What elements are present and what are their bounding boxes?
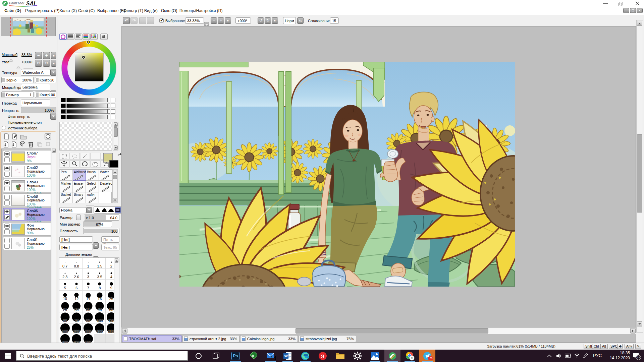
start-button[interactable] — [0, 350, 16, 362]
mail-icon[interactable]: 14 — [262, 350, 278, 362]
layer-lock-checkbox[interactable] — [4, 200, 10, 205]
select-prev-button[interactable] — [139, 17, 146, 24]
volume-icon[interactable] — [556, 353, 561, 358]
word-icon[interactable]: W — [280, 350, 296, 362]
texture-slot1-select[interactable]: [Нет] — [59, 236, 93, 243]
canvas-zoom-reset[interactable]: ■ — [225, 17, 231, 24]
menu-item[interactable]: Вид (и) — [144, 8, 158, 13]
brush-tip-square[interactable] — [115, 207, 121, 213]
tool-panel-divider[interactable] — [86, 205, 94, 206]
layer-visibility-toggle[interactable] — [4, 166, 10, 171]
notification-center[interactable]: 12 — [633, 352, 640, 360]
pen-icon[interactable] — [583, 353, 588, 358]
slot1-dropdown[interactable] — [93, 242, 99, 249]
brush-tip-flat[interactable] — [108, 207, 114, 213]
rgb-slider-tab[interactable] — [67, 34, 74, 40]
select-next-button[interactable] — [147, 17, 154, 24]
menu-item[interactable]: Редактировать (Р) — [25, 8, 59, 13]
flip-button[interactable]: ⇆ — [297, 17, 304, 24]
menu-item[interactable]: Фильтр (Т) — [123, 8, 143, 13]
mdi-restore-button[interactable]: ❐ — [630, 8, 636, 13]
clock[interactable]: 18:35 14.12.2020 — [606, 351, 630, 361]
settings-icon[interactable] — [350, 350, 366, 362]
chrome-icon[interactable] — [402, 350, 418, 362]
layers-vscroll[interactable] — [52, 148, 56, 350]
canvas-hscroll[interactable] — [121, 327, 636, 334]
brush-size-cell[interactable]: 12 — [71, 291, 83, 302]
brush-size-cell[interactable]: 8 — [94, 280, 106, 291]
swap-colors-icon[interactable] — [117, 153, 122, 158]
zoom-value-box[interactable]: 33.33% — [185, 17, 204, 24]
brush-size-cell[interactable]: 1.5 — [94, 258, 106, 269]
secondary-color-chip[interactable] — [109, 160, 118, 168]
size-unit-button[interactable] — [76, 215, 81, 220]
brush-size-cell[interactable]: 100 — [94, 312, 106, 323]
brush-size-cell[interactable]: 70 — [71, 312, 83, 323]
brush-mode-select[interactable]: Норма — [59, 207, 86, 213]
photoshop-icon[interactable]: Ps — [227, 350, 244, 362]
layer-visibility-toggle[interactable] — [4, 195, 10, 200]
texture-slot2-select[interactable]: [Нет] — [59, 244, 93, 250]
tool-button[interactable]: лайн — [86, 192, 99, 203]
menu-item[interactable]: Помощь/Настройки (П) — [179, 8, 222, 13]
texture-select[interactable]: Watercolor A — [21, 69, 50, 76]
brush-size-slider[interactable]: x 1.0 64.0 — [84, 215, 119, 221]
zoom-reset-button[interactable]: ■ — [51, 52, 56, 59]
tool-button[interactable]: Marker — [60, 181, 73, 192]
layer-lock-checkbox[interactable] — [4, 186, 10, 191]
brush-size-cell[interactable]: 200 — [71, 323, 83, 335]
brush-size-cell[interactable]: 160 — [59, 323, 71, 335]
layer-item[interactable]: Слой7 Экран 9% — [3, 150, 51, 164]
brush-size-cell[interactable]: 1 — [83, 258, 94, 269]
brush-size-cell[interactable]: 0.7 — [59, 258, 71, 269]
density-slider[interactable]: 100 — [83, 228, 119, 234]
selection-source-radio[interactable] — [2, 126, 6, 130]
brush-size-cell[interactable]: 14 — [83, 291, 94, 302]
scale-slider-thumb[interactable] — [9, 57, 13, 61]
key-indicator[interactable]: Ctrl — [592, 344, 601, 349]
layer-visibility-toggle[interactable] — [4, 152, 10, 157]
hsv-slider-tab[interactable] — [75, 34, 82, 40]
layer-visibility-toggle[interactable] — [4, 238, 10, 243]
telegram-icon[interactable]: .20 — [419, 350, 435, 362]
tool-button[interactable]: Water — [99, 170, 112, 181]
color-bar-1[interactable] — [61, 98, 119, 103]
document-tab[interactable]: Calmins logo.jpg 33% — [240, 335, 298, 342]
canvas-rotate-reset[interactable]: ■ — [272, 17, 278, 24]
navigator-preview[interactable] — [1, 17, 56, 36]
layer-lock-checkbox[interactable] — [4, 229, 10, 234]
swatches-tab[interactable] — [90, 34, 98, 40]
transparent-color-chip[interactable] — [105, 163, 109, 167]
battery-icon[interactable] — [565, 354, 572, 358]
layer-item[interactable]: Слой6 Нормально 100% ТексЭфф — [3, 208, 51, 221]
mdi-minimize-button[interactable]: – — [623, 8, 629, 13]
wet-edge-select[interactable]: Бахрома — [21, 84, 50, 90]
min-size-slider[interactable]: 67% — [83, 221, 112, 227]
norm-button[interactable]: Норм — [283, 17, 296, 24]
any-indicator[interactable]: Any — [625, 344, 634, 349]
scratchpad-tab[interactable] — [100, 34, 108, 40]
layer-opacity-slider[interactable]: 100% — [21, 107, 56, 113]
brush-size-cell[interactable]: 6 — [71, 280, 83, 291]
document-tab[interactable]: strahovaniejizni.jpg 75% — [299, 335, 356, 342]
brush-size-cell[interactable]: 7 — [83, 280, 94, 291]
tool-button[interactable]: AirBrush — [73, 170, 86, 181]
hue-marker[interactable] — [87, 41, 90, 44]
tool-button[interactable]: Bucket — [60, 192, 73, 203]
canvas-rotate-cw[interactable]: ↻ — [265, 17, 271, 24]
swatches-vscroll[interactable] — [113, 122, 118, 150]
menu-item[interactable]: Файл (Ф) — [4, 8, 21, 13]
grain-slider[interactable]: Зерно 100% — [1, 77, 34, 83]
redo-button[interactable]: ↷ — [130, 17, 138, 24]
brush-size-cell[interactable]: 80 — [83, 312, 94, 323]
wet-contrast-slider[interactable]: Контр 100 — [35, 92, 56, 98]
sv-square[interactable] — [75, 53, 104, 81]
zoom-in-button[interactable]: + — [43, 52, 50, 59]
layer-lock-checkbox[interactable] — [4, 215, 10, 220]
tool-button[interactable]: Deselect — [99, 181, 112, 192]
brush-size-cell[interactable]: 40 — [94, 301, 106, 312]
grain-contrast-slider[interactable]: Контр 20 — [35, 77, 56, 83]
brush-mode-dropdown[interactable] — [86, 207, 92, 213]
yandex-icon[interactable]: Я — [315, 350, 331, 362]
language-indicator[interactable]: РУС — [593, 353, 602, 358]
